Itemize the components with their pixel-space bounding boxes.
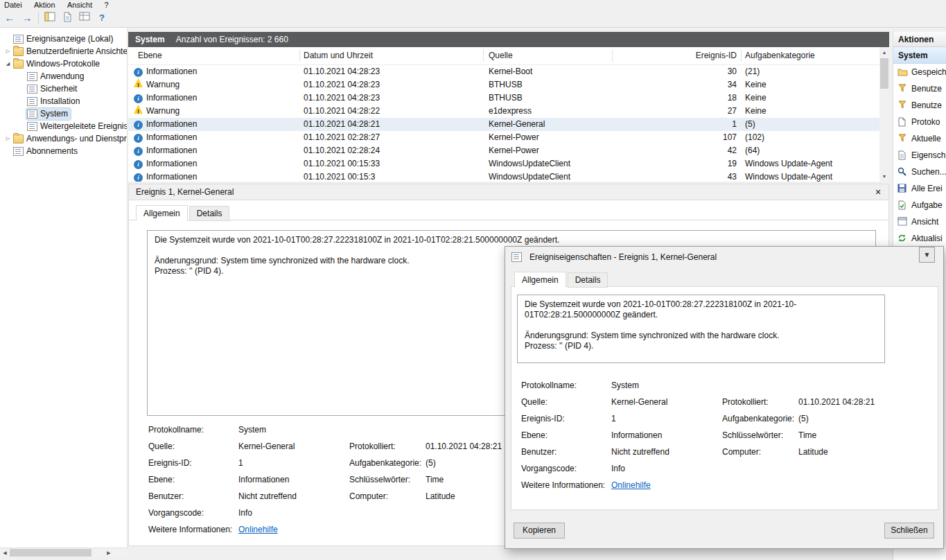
refresh-icon	[897, 234, 908, 243]
event-row[interactable]: Warnung 01.10.2021 04:28:22e1dexpress27K…	[128, 105, 879, 118]
folder-icon	[13, 60, 24, 69]
page-icon	[897, 117, 908, 127]
filter-import-icon	[897, 100, 908, 110]
properties-icon[interactable]	[61, 12, 73, 24]
information-icon	[134, 121, 143, 130]
tree-item-weitergeleitete-ereignisse[interactable]: Weitergeleitete Ereignisse	[0, 120, 127, 132]
event-properties-dialog: Ereigniseigenschaften - Ereignis 1, Kern…	[505, 246, 944, 549]
action-clear-log[interactable]: Protoko	[893, 114, 946, 130]
forward-icon[interactable]: →	[21, 12, 33, 24]
dialog-title-bar[interactable]: Ereigniseigenschaften - Ereignis 1, Kern…	[505, 247, 943, 267]
tree-item-sicherheit[interactable]: Sicherheit	[0, 82, 127, 95]
event-row-selected[interactable]: Informationen 01.10.2021 04:28:21Kernel-…	[128, 118, 879, 131]
back-icon[interactable]: ←	[3, 12, 16, 24]
column-header-ebene[interactable]: Ebene	[138, 51, 162, 60]
event-row[interactable]: Informationen 01.10.2021 04:28:23BTHUSB1…	[128, 91, 879, 105]
tab-allgemein[interactable]: Allgemein	[514, 272, 566, 288]
tree-item-abonnements[interactable]: Abonnements	[0, 145, 127, 157]
event-description[interactable]: Die Systemzeit wurde von 2021-10-01T00:2…	[517, 295, 885, 363]
menu-datei[interactable]: Datei	[0, 1, 28, 9]
event-row[interactable]: Warnung 01.10.2021 04:28:23BTHUSB34Keine	[128, 78, 879, 91]
tree-item-installation[interactable]: Installation	[0, 95, 127, 107]
event-row[interactable]: Informationen 01.10.2021 02:28:24Kernel-…	[128, 144, 879, 157]
scrollbar-thumb[interactable]	[10, 549, 91, 557]
event-list-header: System Anzahl von Ereignissen: 2 660	[128, 32, 889, 47]
event-row[interactable]: Informationen 01.10.2021 04:28:23Kernel-…	[128, 65, 879, 78]
action-filter-current-log[interactable]: Aktuelle	[893, 130, 946, 147]
close-button[interactable]: Schließen	[884, 523, 934, 539]
tree-item-system[interactable]: System	[0, 107, 127, 120]
close-icon[interactable]: ×	[872, 184, 884, 200]
list-title: System	[135, 35, 165, 44]
event-row[interactable]: Informationen 01.10.2021 00:15:33Windows…	[128, 157, 879, 170]
subscriptions-icon	[13, 147, 24, 156]
copy-button[interactable]: Kopieren	[514, 523, 565, 539]
menu-ansicht[interactable]: Ansicht	[63, 1, 98, 9]
log-icon	[27, 72, 37, 81]
dialog-title: Ereigniseigenschaften - Ereignis 1, Kern…	[529, 252, 717, 262]
actions-title: Aktionen	[893, 32, 946, 47]
menu-help[interactable]: ?	[100, 1, 114, 9]
online-help-link[interactable]: Onlinehilfe	[611, 477, 651, 493]
action-find[interactable]: Suchen...	[893, 164, 946, 180]
warning-icon	[134, 78, 143, 87]
tree-item-ereignisanzeige[interactable]: Ereignisanzeige (Lokal)	[0, 33, 127, 45]
tab-details[interactable]: Details	[189, 206, 230, 221]
event-list-vertical-scrollbar[interactable]: ▲ ▼	[879, 47, 889, 182]
tree-item-anwendungs-und-dienstprotokolle[interactable]: ▷ Anwendungs- und Dienstpro	[0, 132, 127, 145]
information-icon	[134, 147, 143, 156]
log-icon	[27, 122, 37, 131]
next-event-button[interactable]: ▼	[919, 247, 935, 263]
list-count: Anzahl von Ereignissen: 2 660	[176, 35, 288, 44]
event-table: Ebene Datum und Uhrzeit Quelle Ereignis-…	[128, 47, 889, 182]
event-row[interactable]: Informationen 01.10.2021 00:15:3WindowsU…	[128, 170, 879, 182]
scroll-down-icon[interactable]: ▼	[879, 171, 889, 182]
column-header-quelle[interactable]: Quelle	[489, 51, 513, 60]
information-icon	[134, 68, 143, 77]
warning-icon	[134, 105, 143, 114]
action-properties[interactable]: Eigensch	[893, 147, 946, 164]
folder-icon	[13, 47, 24, 56]
export-list-icon[interactable]	[78, 12, 91, 24]
menu-aktion[interactable]: Aktion	[30, 1, 61, 9]
toolbar-separator	[38, 12, 39, 24]
action-import-custom-view[interactable]: Benutze	[893, 97, 946, 114]
folder-icon	[13, 134, 24, 143]
preview-header: Ereignis 1, Kernel-General ×	[129, 184, 888, 200]
action-save-all-events[interactable]: Alle Erei	[893, 180, 946, 197]
column-header-datum[interactable]: Datum und Uhrzeit	[304, 51, 373, 60]
search-icon	[897, 167, 908, 177]
scrollbar-thumb[interactable]	[880, 58, 888, 89]
twisty-collapsed-icon[interactable]: ▷	[3, 136, 12, 141]
action-attach-task[interactable]: Aufgabe	[893, 197, 946, 213]
log-icon	[27, 97, 37, 106]
scroll-up-icon[interactable]: ▲	[879, 47, 889, 58]
actions-group-system[interactable]: System	[893, 47, 946, 64]
action-create-custom-view[interactable]: Benutze	[893, 80, 946, 97]
show-console-tree-icon[interactable]	[44, 12, 56, 24]
twisty-collapsed-icon[interactable]: ▷	[3, 49, 12, 54]
filter-icon	[897, 84, 908, 94]
tree-item-anwendung[interactable]: Anwendung	[0, 70, 127, 82]
event-row[interactable]: Informationen 01.10.2021 02:28:27Kernel-…	[128, 131, 879, 144]
scroll-right-icon[interactable]: ▶	[104, 548, 114, 557]
action-view-menu[interactable]: Ansicht	[893, 213, 946, 230]
scroll-left-icon[interactable]: ◀	[0, 548, 10, 557]
tree-item-benutzerdefinierte-ansichten[interactable]: ▷ Benutzerdefinierte Ansichten	[0, 45, 127, 58]
tab-details[interactable]: Details	[568, 272, 608, 288]
task-icon	[897, 200, 908, 210]
tab-allgemein[interactable]: Allgemein	[136, 205, 188, 221]
action-open-saved-log[interactable]: Gespeich	[893, 64, 946, 80]
online-help-link[interactable]: Onlinehilfe	[238, 521, 278, 538]
twisty-expanded-icon[interactable]: ◢	[3, 61, 12, 67]
action-refresh[interactable]: Aktualisi	[893, 230, 946, 247]
column-header-aufgabenkategorie[interactable]: Aufgabenkategorie	[745, 51, 815, 60]
tree-item-windows-protokolle[interactable]: ◢ Windows-Protokolle	[0, 58, 127, 70]
toolbar: ← → ?	[0, 9, 946, 28]
preview-title: Ereignis 1, Kernel-General	[136, 187, 234, 197]
tree-horizontal-scrollbar[interactable]: ◀ ▶	[0, 548, 128, 557]
event-viewer-icon	[13, 35, 24, 44]
event-rows: Informationen 01.10.2021 04:28:23Kernel-…	[128, 65, 879, 182]
help-icon[interactable]: ?	[96, 12, 108, 24]
column-header-ereignis-id[interactable]: Ereignis-ID	[613, 51, 737, 60]
